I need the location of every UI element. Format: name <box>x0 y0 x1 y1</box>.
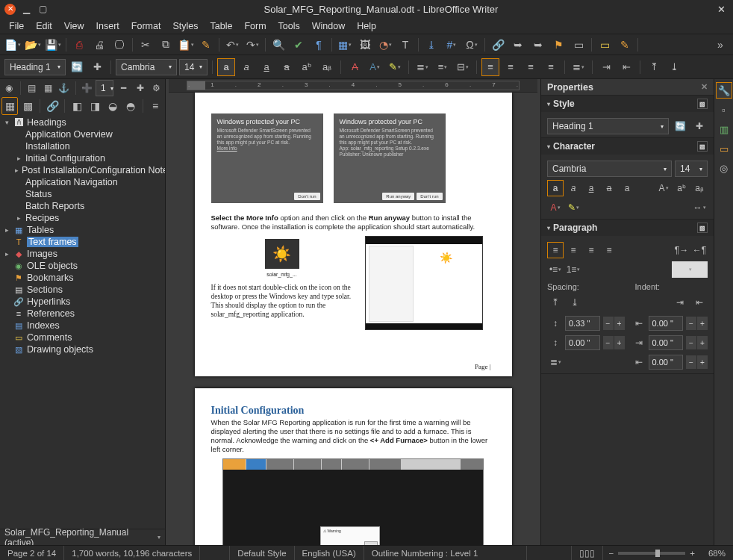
spin-dec[interactable]: − <box>603 317 614 330</box>
redo-button[interactable]: ↷ <box>243 36 262 54</box>
nav-movedown-button[interactable]: ◓ <box>122 97 139 115</box>
prop-bg-button[interactable] <box>672 261 708 278</box>
sidebar-tab-properties[interactable]: 🔧 <box>716 82 732 99</box>
bullet-list-button[interactable]: ≣ <box>414 58 431 76</box>
indent-decrease-button[interactable]: ⇤ <box>617 58 635 76</box>
export-pdf-button[interactable]: ⎙ <box>69 36 89 54</box>
nav-settings-button[interactable]: ⚙ <box>149 81 163 96</box>
tree-bookmarks[interactable]: ⚑Bookmarks <box>0 272 165 284</box>
spin-dec[interactable]: − <box>686 336 696 349</box>
new-document-button[interactable]: 📄 <box>3 36 22 54</box>
prop-section-paragraph[interactable]: Paragraph▧ <box>541 220 714 236</box>
tree-comments[interactable]: ▭Comments <box>0 332 165 343</box>
nav-header-button[interactable]: ▤ <box>25 81 40 96</box>
update-style-button[interactable]: 🔄 <box>68 58 86 76</box>
prop-spacing-button[interactable]: ↔ <box>691 199 708 216</box>
menu-format[interactable]: Format <box>127 19 166 33</box>
outline-list-button[interactable]: ⊟ <box>454 58 472 76</box>
insert-comment-button[interactable]: ▭ <box>595 36 614 54</box>
bold-button[interactable]: a <box>217 58 235 76</box>
spin-inc[interactable]: + <box>697 336 708 349</box>
font-name-select[interactable]: Cambria <box>116 59 177 75</box>
spin-dec[interactable]: − <box>686 355 696 369</box>
prop-underline-button[interactable]: a <box>583 180 599 196</box>
clear-formatting-button[interactable]: A̶ <box>346 58 364 76</box>
sidebar-tab-navigator[interactable]: ◎ <box>716 160 732 176</box>
line-spacing-button[interactable]: ≣ <box>570 58 587 76</box>
prop-rtl-button[interactable]: ←¶ <box>691 242 708 258</box>
status-view-layout[interactable]: ▯▯▯ <box>572 546 603 560</box>
insert-bookmark-button[interactable]: ⚑ <box>549 36 568 54</box>
spin-inc[interactable]: + <box>614 317 625 330</box>
prop-charset-button[interactable]: A <box>655 180 672 196</box>
menu-styles[interactable]: Styles <box>168 19 202 33</box>
print-preview-button[interactable]: 🖵 <box>110 36 129 54</box>
nav-content-nav-button[interactable]: ▦ <box>1 97 18 115</box>
font-color-button[interactable]: A <box>366 58 384 76</box>
window-minimize-button[interactable]: ▁ <box>20 3 32 15</box>
prop-align-right[interactable]: ≡ <box>583 242 599 258</box>
tree-item[interactable]: ▸Recipes <box>0 212 165 224</box>
navigator-active-doc[interactable]: Solar_MFG_Reporting_Manual (active) <box>0 529 165 545</box>
font-size-select[interactable]: 14 <box>179 59 208 75</box>
cut-button[interactable]: ✂ <box>136 36 155 54</box>
align-left-button[interactable]: ≡ <box>481 58 499 76</box>
prop-italic-button[interactable]: a <box>565 180 581 196</box>
tree-item[interactable]: ▸Initial Configuration <box>0 152 165 164</box>
track-changes-button[interactable]: ✎ <box>615 36 634 54</box>
status-outline[interactable]: Outline Numbering : Level 1 <box>364 546 527 560</box>
menu-tools[interactable]: Tools <box>274 19 305 33</box>
nav-link-button[interactable]: 🔗 <box>44 97 60 115</box>
tree-images[interactable]: ▸◆Images <box>0 248 165 260</box>
para-space-decrease-button[interactable]: ⤓ <box>665 58 683 76</box>
style-more-button[interactable]: ▧ <box>697 99 708 109</box>
tree-item[interactable]: Installation <box>0 140 165 152</box>
prop-update-style-button[interactable]: 🔄 <box>672 118 688 134</box>
nav-footer-button[interactable]: ▦ <box>40 81 55 96</box>
prop-section-character[interactable]: Character▧ <box>541 138 714 155</box>
prop-ltr-button[interactable]: ¶→ <box>673 242 690 258</box>
nav-content-view-button[interactable]: ◉ <box>1 81 16 96</box>
indent-right-input[interactable]: 0.00 " <box>649 335 684 350</box>
prop-indent-inc-button[interactable]: ⇥ <box>672 294 688 311</box>
tree-item[interactable]: Batch Reports <box>0 200 165 212</box>
nav-promote-button[interactable]: ◧ <box>69 97 85 115</box>
nav-next-button[interactable]: ✚ <box>133 81 148 96</box>
highlight-button[interactable]: ✎ <box>386 58 404 76</box>
window-maximize-button[interactable]: ▢ <box>37 3 49 15</box>
nav-demote-button[interactable]: ◨ <box>87 97 103 115</box>
tree-sections[interactable]: ▤Sections <box>0 284 165 296</box>
prop-size-select[interactable]: 14 <box>675 161 708 177</box>
tree-item[interactable]: Application Navigation <box>0 176 165 188</box>
menu-table[interactable]: Table <box>205 19 237 33</box>
space-above-input[interactable]: 0.33 " <box>565 316 600 331</box>
paste-button[interactable]: 📋 <box>176 36 196 54</box>
window-close-button[interactable]: ✕ <box>4 4 16 15</box>
nav-reminder-button[interactable]: ➕ <box>79 81 94 96</box>
spin-dec[interactable]: − <box>686 317 696 330</box>
tree-references[interactable]: ≡References <box>0 308 165 320</box>
spellcheck-button[interactable]: ✔ <box>289 36 308 54</box>
insert-table-button[interactable]: ▦ <box>335 36 355 54</box>
menu-form[interactable]: Form <box>240 19 270 33</box>
status-signature[interactable] <box>527 546 572 560</box>
status-page[interactable]: Page 2 of 14 <box>0 546 64 560</box>
save-button[interactable]: 💾 <box>43 36 63 54</box>
formatting-marks-button[interactable]: ¶ <box>309 36 328 54</box>
clone-formatting-button[interactable]: ✎ <box>196 36 216 54</box>
prop-font-color-button[interactable]: A <box>547 199 564 216</box>
insert-image-button[interactable]: 🖼 <box>355 36 375 54</box>
find-replace-button[interactable]: 🔍 <box>269 36 288 54</box>
toolbar-overflow-button[interactable]: » <box>711 36 730 54</box>
insert-endnote-button[interactable]: ➥ <box>528 36 548 54</box>
prop-font-select[interactable]: Cambria <box>547 161 672 177</box>
insert-hyperlink-button[interactable]: 🔗 <box>488 36 508 54</box>
sidebar-tab-page[interactable]: ▫ <box>716 102 732 118</box>
spin-dec[interactable]: − <box>603 336 614 349</box>
open-document-button[interactable]: 📂 <box>23 36 43 54</box>
prop-align-justify[interactable]: ≡ <box>601 242 617 258</box>
sidebar-tab-styles[interactable]: ▥ <box>716 121 732 137</box>
insert-cross-ref-button[interactable]: ▭ <box>569 36 588 54</box>
number-list-button[interactable]: ≡ <box>434 58 452 76</box>
tree-item[interactable]: Status <box>0 188 165 200</box>
